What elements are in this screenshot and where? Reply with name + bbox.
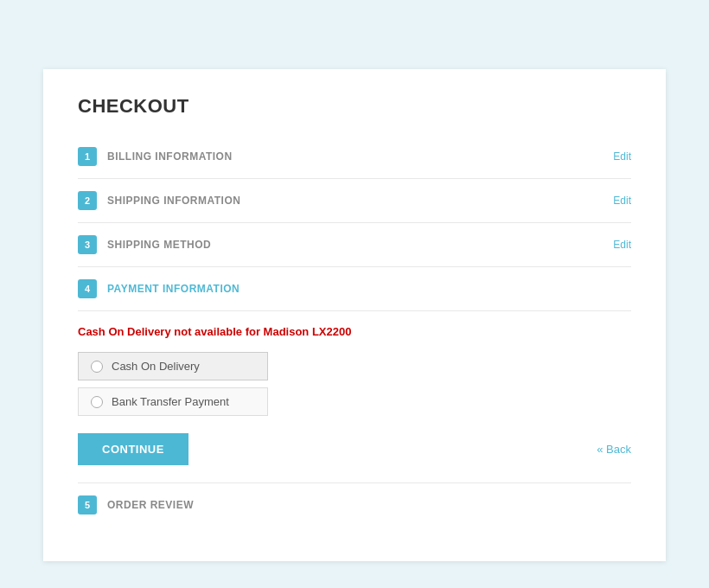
step-4-number: 4	[78, 279, 97, 298]
checkout-card: CHECKOUT 1 BILLING INFORMATION Edit 2 SH…	[43, 69, 666, 561]
back-link[interactable]: « Back	[597, 443, 631, 456]
cash-on-delivery-label: Cash On Delivery	[112, 360, 200, 373]
actions-row: CONTINUE « Back	[78, 433, 631, 465]
step-3-row: 3 SHIPPING METHOD Edit	[78, 223, 631, 267]
step-1-number: 1	[78, 147, 97, 166]
page-title: CHECKOUT	[78, 95, 631, 118]
step-4-label: PAYMENT INFORMATION	[107, 283, 631, 295]
cash-on-delivery-option[interactable]: Cash On Delivery	[78, 352, 268, 380]
step-2-row: 2 SHIPPING INFORMATION Edit	[78, 179, 631, 223]
step-1-edit[interactable]: Edit	[613, 150, 631, 163]
step-3-label: SHIPPING METHOD	[107, 239, 613, 251]
step-5-row: 5 ORDER REVIEW	[78, 483, 631, 527]
step-2-number: 2	[78, 191, 97, 210]
step-2-label: SHIPPING INFORMATION	[107, 195, 613, 207]
payment-section: Cash On Delivery not available for Madis…	[78, 311, 631, 483]
continue-button[interactable]: CONTINUE	[78, 433, 188, 465]
cash-on-delivery-radio[interactable]	[91, 361, 103, 373]
step-3-edit[interactable]: Edit	[613, 239, 631, 251]
step-3-number: 3	[78, 235, 97, 254]
step-4-row: 4 PAYMENT INFORMATION	[78, 267, 631, 311]
step-5-number: 5	[78, 495, 97, 514]
step-1-row: 1 BILLING INFORMATION Edit	[78, 135, 631, 179]
bank-transfer-radio[interactable]	[91, 396, 103, 408]
step-2-edit[interactable]: Edit	[613, 195, 631, 207]
step-1-label: BILLING INFORMATION	[107, 150, 613, 163]
payment-error-message: Cash On Delivery not available for Madis…	[78, 325, 631, 338]
bank-transfer-option[interactable]: Bank Transfer Payment	[78, 387, 268, 416]
bank-transfer-label: Bank Transfer Payment	[112, 395, 229, 408]
step-5-label: ORDER REVIEW	[107, 499, 631, 511]
